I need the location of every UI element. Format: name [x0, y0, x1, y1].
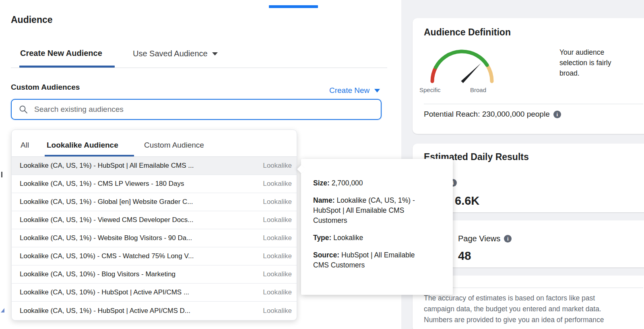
create-new-dropdown-button[interactable]: Create New — [329, 86, 380, 95]
dropdown-tab-all[interactable]: All — [21, 141, 29, 150]
tooltip-source-row: Source: HubSpot | All Emailable CMS Cust… — [313, 250, 428, 270]
tooltip-type-value: Lookalike — [333, 234, 363, 242]
audience-list-item[interactable]: Lookalike (CA, US, 10%) - HubSpot | Acti… — [12, 284, 297, 302]
audience-type-badge: Lookalike — [263, 252, 292, 260]
potential-reach-row: Potential Reach: 230,000,000 people i — [424, 110, 561, 119]
chevron-down-icon — [374, 89, 380, 93]
tooltip-source-label: Source: — [313, 251, 339, 259]
info-icon[interactable]: i — [553, 111, 561, 118]
create-new-label: Create New — [329, 86, 369, 95]
estimates-disclaimer-text: The accuracy of estimates is based on fa… — [424, 293, 613, 325]
chevron-down-icon — [212, 52, 218, 56]
audience-list-item[interactable]: Lookalike (CA, US, 1%) - Global [en] Web… — [12, 193, 297, 211]
tooltip-arrow — [297, 165, 305, 173]
audience-definition-gauge — [424, 43, 500, 87]
tab-create-new-audience[interactable]: Create New Audience — [20, 49, 102, 58]
audience-name: Lookalike (CA, US, 1%) - Global [en] Web… — [20, 198, 193, 206]
page-title: Audience — [11, 14, 53, 25]
card-divider — [424, 104, 643, 104]
gauge-label-broad: Broad — [470, 86, 486, 93]
tooltip-size-label: Size: — [313, 179, 330, 187]
audience-name: Lookalike (CA, US, 10%) - CMS - Watched … — [20, 252, 194, 260]
audience-type-badge: Lookalike — [263, 270, 292, 278]
audience-name: Lookalike (CA, US, 10%) - Blog Visitors … — [20, 270, 175, 278]
audience-type-badge: Lookalike — [263, 234, 292, 242]
audience-type-badge: Lookalike — [263, 198, 292, 206]
audience-list-item[interactable]: Lookalike (CA, US, 10%) - CMS - Watched … — [12, 247, 297, 265]
tab-use-saved-audience-label: Use Saved Audience — [133, 49, 208, 58]
audience-list-item[interactable]: Lookalike (CA, US, 1%) - HubSpot | Activ… — [12, 302, 297, 320]
gauge-yellow-segment — [487, 65, 492, 81]
active-tab-indicator-partial — [269, 5, 318, 8]
audience-type-badge: Lookalike — [263, 216, 292, 224]
tab-use-saved-audience[interactable]: Use Saved Audience — [133, 49, 218, 58]
page-views-row: Page Views i — [458, 234, 512, 243]
tooltip-name-row: Name: Lookalike (CA, US, 1%) - HubSpot |… — [313, 195, 428, 226]
clipped-underlying-text-artifact — [1, 172, 2, 177]
audience-list-item[interactable]: Lookalike (CA, US, 1%) - HubSpot | All E… — [12, 157, 297, 175]
audience-definition-title: Audience Definition — [424, 27, 511, 38]
audience-definition-description: Your audience selection is fairly broad. — [559, 47, 616, 78]
card-divider — [424, 288, 643, 288]
audience-name: Lookalike (CA, US, 1%) - Website Blog Vi… — [20, 234, 192, 242]
gauge-needle — [461, 63, 481, 83]
gauge-label-specific: Specific — [419, 86, 441, 93]
reach-estimate-value: 6.6K — [455, 194, 479, 208]
info-icon[interactable]: i — [504, 235, 512, 243]
dropdown-tab-lookalike-audience[interactable]: Lookalike Audience — [47, 141, 118, 150]
audience-results-dropdown: All Lookalike Audience Custom Audience L… — [11, 130, 297, 321]
tabs-divider — [11, 68, 387, 68]
tooltip-type-label: Type: — [313, 234, 331, 242]
audience-definition-card: Audience Definition Specific Broad Your … — [413, 18, 644, 134]
potential-reach-text: Potential Reach: 230,000,000 people — [424, 110, 550, 119]
audience-list-item[interactable]: Lookalike (CA, US, 1%) - Viewed CMS Deve… — [12, 211, 297, 229]
audience-type-badge: Lookalike — [263, 162, 292, 170]
custom-audiences-label: Custom Audiences — [11, 83, 80, 92]
search-input[interactable] — [33, 105, 365, 114]
page-views-value: 48 — [458, 249, 471, 263]
audience-name: Lookalike (CA, US, 1%) - HubSpot | Activ… — [20, 307, 190, 315]
audience-name: Lookalike (CA, US, 1%) - Viewed CMS Deve… — [20, 216, 193, 224]
gauge-red-segment — [432, 67, 436, 81]
audience-name: Lookalike (CA, US, 1%) - HubSpot | All E… — [20, 162, 194, 170]
audience-list-item[interactable]: Lookalike (CA, US, 1%) - CMS LP Viewers … — [12, 175, 297, 193]
audience-type-badge: Lookalike — [263, 180, 292, 188]
tooltip-size-row: Size: 2,700,000 — [313, 178, 441, 188]
tooltip-size-value: 2,700,000 — [332, 179, 363, 187]
audience-list-item[interactable]: Lookalike (CA, US, 1%) - Website Blog Vi… — [12, 229, 297, 247]
clipped-underlying-icon-artifact — [1, 308, 4, 313]
audience-list-item[interactable]: Lookalike (CA, US, 10%) - Blog Visitors … — [12, 265, 297, 284]
audience-details-tooltip: Size: 2,700,000 Name: Lookalike (CA, US,… — [301, 159, 453, 295]
tooltip-name-label: Name: — [313, 196, 335, 204]
tooltip-type-row: Type: Lookalike — [313, 233, 441, 243]
audience-search-box — [11, 99, 382, 120]
dropdown-tab-custom-audience[interactable]: Custom Audience — [144, 141, 204, 150]
search-icon — [19, 105, 28, 114]
audience-list: Lookalike (CA, US, 1%) - HubSpot | All E… — [12, 157, 297, 320]
audience-name: Lookalike (CA, US, 1%) - CMS LP Viewers … — [20, 180, 184, 188]
audience-type-badge: Lookalike — [263, 288, 292, 296]
audience-type-badge: Lookalike — [263, 307, 292, 315]
audience-setup-screen: Audience Create New Audience Use Saved A… — [0, 0, 644, 329]
audience-name: Lookalike (CA, US, 10%) - HubSpot | Acti… — [20, 288, 189, 296]
page-views-label: Page Views — [458, 234, 500, 243]
